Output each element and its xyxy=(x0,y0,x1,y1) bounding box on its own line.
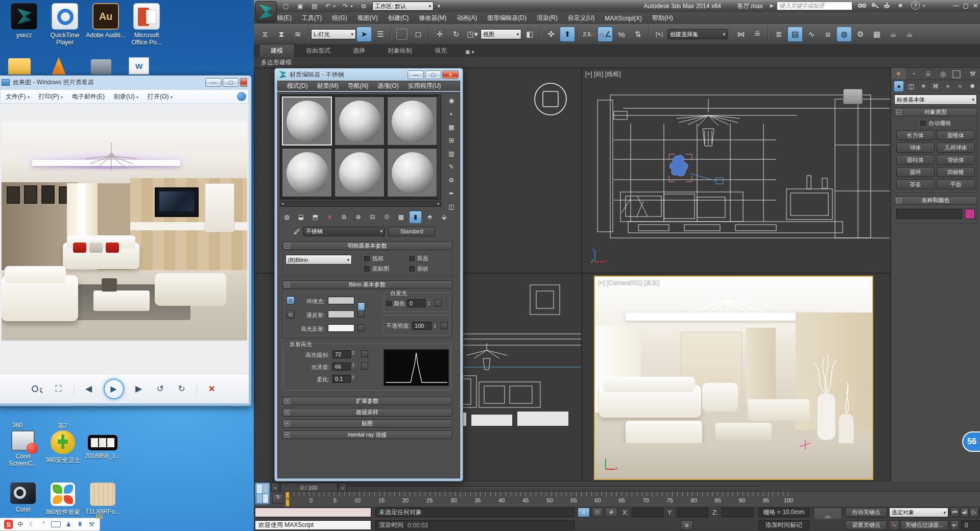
viewport-front-label[interactable]: [+] [前] [线框] xyxy=(585,70,621,79)
desktop-icon-quicktime[interactable]: QuickTime Player xyxy=(45,3,85,46)
track-bar[interactable]: ⇅ 0 051015202530354045505560657075808590… xyxy=(254,491,980,506)
sample-slot[interactable] xyxy=(334,96,385,146)
desktop-icon-audition[interactable]: Au Adobe Auditi... xyxy=(86,3,126,39)
pv-menu-print[interactable]: 打印(P) ▾ xyxy=(39,92,63,101)
menu-graph-editors[interactable]: 图形编辑器(D) xyxy=(482,12,532,24)
app-icon-clipped[interactable] xyxy=(91,59,111,75)
tab-hierarchy-icon[interactable]: ⌸ xyxy=(921,68,936,80)
ribbon-minimize-icon[interactable]: ▣ ▾ xyxy=(465,49,474,55)
y-coordinate-field[interactable] xyxy=(677,508,708,517)
sample-slot[interactable] xyxy=(387,148,437,197)
save-file-icon[interactable]: ▤ xyxy=(309,2,320,11)
material-editor-close-button[interactable]: ✕ xyxy=(442,70,459,79)
desktop-icon-2016958[interactable]: 2016958_1... xyxy=(83,435,123,460)
render-setup-icon[interactable]: ⚙ xyxy=(853,27,868,42)
tab-create-icon[interactable]: ✳ xyxy=(891,68,906,80)
workspace-selector[interactable]: 工作区: 默认▾ xyxy=(372,2,434,11)
show-end-result-icon[interactable]: ▮ xyxy=(409,211,422,224)
wire-checkbox[interactable] xyxy=(364,256,370,261)
delete-icon[interactable]: × xyxy=(205,382,219,396)
mental-ray-connection-rollout[interactable]: + mental ray 连接 xyxy=(282,430,452,439)
menu-maxscript[interactable]: MAXScript(X) xyxy=(600,13,647,23)
sogou-logo-icon[interactable]: S xyxy=(4,520,13,529)
sogou-person-icon[interactable]: ♟ xyxy=(64,520,73,528)
maps-rollout[interactable]: + 贴图 xyxy=(282,419,452,428)
play-slideshow-button[interactable]: ▶ xyxy=(104,379,124,399)
menu-create[interactable]: 创建(C) xyxy=(383,12,414,24)
select-and-scale-icon[interactable]: ◳▾ xyxy=(465,27,480,42)
pv-menu-email[interactable]: 电子邮件(E) xyxy=(72,92,105,101)
sogou-cn-icon[interactable]: 中 xyxy=(16,520,25,528)
maxscript-mini-listener-white[interactable]: 欢迎使用 MAXScript xyxy=(255,520,371,530)
minimize-button[interactable]: — xyxy=(953,2,959,9)
sample-slot[interactable] xyxy=(387,96,437,146)
sogou-input-bar[interactable]: S 中 ☾ ” ♟ ♜ ⚒ (1) xyxy=(0,518,100,531)
sign-in-key-icon[interactable] xyxy=(871,2,879,10)
project-folder-icon[interactable]: ⧉ xyxy=(358,2,369,11)
camera-render-view[interactable]: [+] [Camera001] [真实] x xyxy=(594,276,873,480)
material-editor-icon[interactable]: ◍ xyxy=(836,27,852,42)
scroll-left-icon[interactable]: ◂ xyxy=(281,201,283,206)
desktop-icon-t1lx6rfo[interactable]: T1LX6RFo... xyxy=(83,482,123,515)
create-torus-button[interactable]: 圆环 xyxy=(896,167,935,177)
put-to-library-icon[interactable]: ⊟ xyxy=(366,211,379,224)
max-title-bar[interactable]: ▢ ▣ ▤ ↶▾ ↷▾ ⧉ 工作区: 默认▾ ▼ Autodesk 3ds Ma… xyxy=(254,0,980,12)
sample-type-icon[interactable]: ◉ xyxy=(445,94,458,107)
create-tube-button[interactable]: 管状体 xyxy=(937,155,975,165)
sogou-punct-icon[interactable]: ” xyxy=(39,520,47,528)
sample-slot[interactable] xyxy=(334,148,385,197)
object-color-swatch[interactable] xyxy=(965,209,975,219)
sample-slot[interactable] xyxy=(282,148,332,197)
sogou-skin-icon[interactable]: ♜ xyxy=(76,520,84,528)
pv-menu-burn[interactable]: 刻录(U) ▾ xyxy=(114,92,138,101)
object-type-rollout-header[interactable]: − 对象类型 xyxy=(894,108,977,116)
category-helpers-icon[interactable]: ⌖ xyxy=(943,81,953,92)
background-checker-icon[interactable]: ▦ xyxy=(445,121,458,133)
tab-modify-icon[interactable]: ◔ xyxy=(906,68,921,80)
photo-viewer-title-bar[interactable]: 效果图 - Windows 照片查看器 — ▢ xyxy=(0,76,251,89)
mat-menu-material[interactable]: 材质(M) xyxy=(313,82,343,90)
diffuse-color-swatch[interactable] xyxy=(328,310,354,318)
use-pivot-point-icon[interactable]: ◧ xyxy=(522,27,537,42)
create-cone-button[interactable]: 圆锥体 xyxy=(937,130,975,140)
diffuse-specular-lock-icon[interactable]: ⊂ xyxy=(286,310,295,319)
rotate-clockwise-icon[interactable]: ↻ xyxy=(175,382,188,396)
keyboard-shortcut-override-icon[interactable]: ⬆ xyxy=(560,27,575,42)
current-frame-field[interactable]: 0 ▴▾ xyxy=(961,520,980,530)
isolate-selection-icon[interactable]: ♙ xyxy=(578,508,590,517)
self-illum-value-field[interactable]: 0 xyxy=(407,299,425,307)
viewport-layout-button[interactable] xyxy=(255,482,270,505)
search-binoculars-icon[interactable] xyxy=(857,2,867,10)
object-name-field[interactable] xyxy=(896,209,962,219)
self-illum-map-button[interactable] xyxy=(435,300,442,307)
make-material-copy-icon[interactable]: ⧉ xyxy=(338,211,350,224)
create-plane-button[interactable]: 平面 xyxy=(937,179,975,189)
supersampling-rollout[interactable]: + 超级采样 xyxy=(282,408,452,417)
z-coordinate-field[interactable] xyxy=(722,508,753,517)
make-preview-icon[interactable]: ✎ xyxy=(445,161,458,173)
tab-utilities-icon[interactable]: ⚒ xyxy=(965,68,980,80)
rotate-counterclockwise-icon[interactable]: ↺ xyxy=(154,382,167,396)
video-color-check-icon[interactable]: ▥ xyxy=(445,148,458,160)
wps-icon-clipped[interactable]: W xyxy=(129,57,149,75)
viewport-camera-label[interactable]: [+] [Camera001] [真实] xyxy=(598,278,659,287)
key-filters-curve-icon[interactable]: ∿ xyxy=(889,520,899,530)
edit-named-selections-icon[interactable]: {✎} xyxy=(652,27,667,42)
scroll-right-icon[interactable]: ▸ xyxy=(438,201,440,206)
ambient-diffuse-lock-icon[interactable]: ⊂ xyxy=(286,296,295,304)
opacity-field[interactable]: 100 xyxy=(412,322,432,330)
go-forward-sibling-icon[interactable]: ⬙ xyxy=(438,211,450,224)
mirror-icon[interactable]: ⋈ xyxy=(733,27,749,42)
menu-rendering[interactable]: 渲染(R) xyxy=(532,12,563,24)
schematic-view-icon[interactable]: ⧈ xyxy=(820,27,835,42)
zoom-icon[interactable]: ▾ xyxy=(31,382,44,396)
align-icon[interactable]: ≞ xyxy=(750,27,765,42)
favorites-star-icon[interactable]: ★ xyxy=(897,2,903,9)
desktop-icon-360-manager[interactable]: 360软件管家 xyxy=(43,482,83,517)
infocenter-arrow-icon[interactable]: ▶ xyxy=(770,3,774,8)
key-filters-button[interactable]: 关键点过滤器... xyxy=(900,520,948,530)
face-map-checkbox[interactable] xyxy=(364,266,370,272)
two-sided-checkbox[interactable] xyxy=(409,256,415,261)
scene-explorer-icon[interactable]: ▤ xyxy=(787,27,803,42)
max-app-button[interactable] xyxy=(255,1,277,22)
